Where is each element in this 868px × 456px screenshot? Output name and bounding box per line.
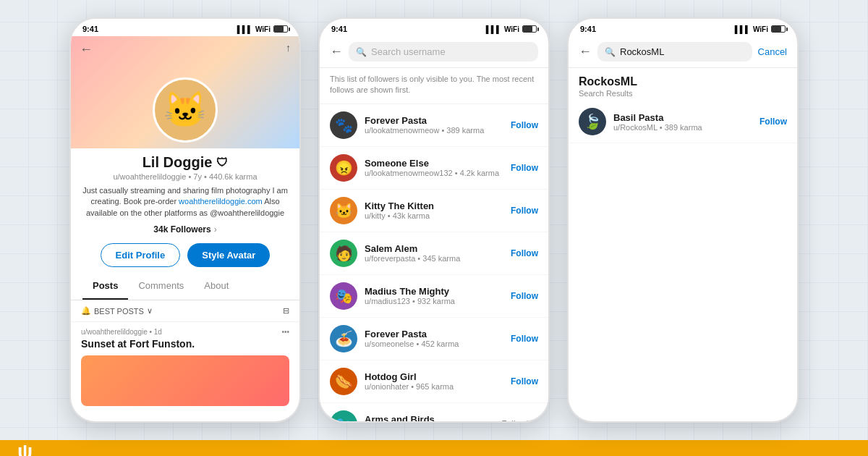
avatar: 🐦 (330, 410, 357, 423)
status-time-3: 9:41 (580, 25, 596, 33)
app-logo: ψ (17, 440, 33, 456)
avatar: 🍃 (579, 108, 606, 135)
profile-info: Lil Doggie 🛡 u/woahtherelildoggie • 7y •… (71, 148, 299, 235)
chevron-icon: ∨ (147, 306, 153, 316)
follower-meta: u/lookatmenowmeow • 389 karma (365, 126, 503, 135)
follower-meta: u/someonelse • 452 karma (365, 339, 503, 348)
signal-icon-2: ▌▌▌ (486, 25, 501, 33)
shield-icon: 🛡 (216, 156, 228, 169)
avatar: 🧑 (330, 240, 357, 267)
search-icon-3: 🔍 (605, 47, 616, 57)
follower-meta: u/RockosML • 389 karma (613, 123, 752, 132)
followers-notice: This list of followers is only visible t… (320, 68, 548, 104)
follower-meta: u/kitty • 43k karma (365, 211, 503, 220)
follower-name: Forever Pasta (365, 329, 503, 339)
follower-name: Madius The Mighty (365, 286, 503, 297)
list-item: 🌭 Hotdog Girl u/onionhater • 965 karma F… (320, 360, 548, 403)
results-subtitle: Search Results (579, 89, 787, 98)
search-bar-followers: ← 🔍 Search username (320, 36, 548, 68)
follow-button[interactable]: Follow (511, 291, 538, 301)
battery-icon-1 (273, 25, 288, 33)
follow-button[interactable]: Follow (511, 376, 538, 387)
share-button-1[interactable]: ↑ (286, 42, 291, 54)
status-bar-1: 9:41 ▌▌▌ WiFi (71, 19, 299, 36)
avatar: 🐾 (330, 111, 357, 139)
wifi-icon-3: WiFi (753, 25, 768, 33)
follower-name: Salem Alem (365, 243, 503, 254)
status-time-2: 9:41 (331, 25, 347, 33)
avatar: 🐱 (330, 197, 357, 224)
results-title: RockosML (579, 75, 787, 88)
filter-icon: 🔔 (81, 306, 91, 316)
battery-icon-3 (771, 25, 786, 33)
post-item: u/woahtherelildoggie • 1d ••• Sunset at … (71, 322, 299, 412)
search-input-filled[interactable]: 🔍 RockosML (597, 42, 752, 62)
follower-name: Hotdog Girl (365, 371, 503, 382)
avatar: 🍝 (330, 325, 357, 352)
edit-profile-button[interactable]: Edit Profile (101, 243, 181, 267)
list-item: 🧑 Salem Alem u/foreverpasta • 345 karma … (320, 232, 548, 275)
cancel-button[interactable]: Cancel (758, 46, 787, 57)
follower-meta: u/foreverpasta • 345 karma (365, 254, 503, 263)
follower-name: Kitty The Kitten (365, 200, 503, 211)
search-input-wrap[interactable]: 🔍 Search username (349, 42, 538, 62)
list-item: 🐦 Arms and Birds u/birdwitharmsandlegs •… (320, 403, 548, 423)
list-item: 🐾 Forever Pasta u/lookatmenowmeow • 389 … (320, 104, 548, 147)
follow-button[interactable]: Follow (511, 248, 538, 258)
following-label: Following (501, 419, 538, 423)
follower-meta: u/onionhater • 965 karma (365, 382, 503, 391)
search-value: RockosML (620, 46, 664, 57)
wifi-icon-2: WiFi (504, 25, 519, 33)
follow-button[interactable]: Follow (511, 334, 538, 344)
phone-followers: 9:41 ▌▌▌ WiFi ← 🔍 Search username This l… (318, 17, 550, 423)
posts-filter: 🔔 BEST POSTS ∨ ⊟ (71, 300, 299, 322)
wifi-icon-1: WiFi (255, 25, 271, 33)
tab-posts[interactable]: Posts (82, 273, 128, 300)
search-results-header: RockosML Search Results (569, 68, 797, 101)
phone-profile: 9:41 ▌▌▌ WiFi ← ↑ 🐱 Lil Doggie 🛡 u/woaht… (69, 17, 301, 423)
back-button-2[interactable]: ← (330, 44, 343, 59)
post-options[interactable]: ••• (281, 328, 289, 336)
status-icons-1: ▌▌▌ WiFi (237, 25, 288, 33)
status-bar-2: 9:41 ▌▌▌ WiFi (320, 19, 548, 36)
battery-icon-2 (522, 25, 537, 33)
follow-button[interactable]: Follow (511, 206, 538, 216)
phone-search: 9:41 ▌▌▌ WiFi ← 🔍 RockosML Cancel Rockos… (567, 17, 799, 423)
avatar: 😠 (330, 154, 357, 182)
layout-icon[interactable]: ⊟ (283, 306, 289, 316)
list-item: 😠 Someone Else u/lookatmenowmeow132 • 4.… (320, 147, 548, 190)
search-bar-results: ← 🔍 RockosML Cancel (569, 36, 797, 68)
back-button-1[interactable]: ← (80, 42, 93, 57)
avatar: 🎭 (330, 282, 357, 310)
post-meta: u/woahtherelildoggie • 1d ••• (81, 328, 289, 336)
profile-name: Lil Doggie 🛡 (82, 154, 288, 171)
list-item: 🐱 Kitty The Kitten u/kitty • 43k karma F… (320, 190, 548, 232)
follower-name: Forever Pasta (365, 115, 503, 126)
search-placeholder-2: Search username (371, 46, 446, 57)
profile-meta: u/woahtherelildoggie • 7y • 440.6k karma (82, 172, 288, 181)
style-avatar-button[interactable]: Style Avatar (187, 243, 270, 267)
profile-buttons: Edit Profile Style Avatar (71, 235, 299, 273)
follower-name: Arms and Birds (365, 414, 494, 423)
list-item: 🍃 Basil Pasta u/RockosML • 389 karma Fol… (569, 101, 797, 143)
post-image (81, 355, 289, 406)
status-bar-3: 9:41 ▌▌▌ WiFi (569, 19, 797, 36)
bottom-bar: ψ (0, 440, 868, 456)
profile-tabs: Posts Comments About (71, 273, 299, 300)
search-icon-2: 🔍 (356, 47, 367, 57)
signal-icon-1: ▌▌▌ (237, 25, 252, 33)
status-time-1: 9:41 (82, 25, 98, 33)
followers-row[interactable]: 34k Followers › (82, 224, 288, 235)
followers-list: 🐾 Forever Pasta u/lookatmenowmeow • 389 … (320, 104, 548, 423)
back-button-3[interactable]: ← (579, 44, 592, 59)
list-item: 🍝 Forever Pasta u/someonelse • 452 karma… (320, 318, 548, 360)
signal-icon-3: ▌▌▌ (735, 25, 750, 33)
follow-button[interactable]: Follow (511, 163, 538, 173)
avatar-large: 🐱 (153, 77, 218, 143)
follow-button-result[interactable]: Follow (760, 117, 787, 127)
post-title: Sunset at Fort Funston. (81, 338, 289, 350)
follow-button[interactable]: Follow (511, 120, 538, 130)
tab-comments[interactable]: Comments (128, 273, 194, 300)
profile-header-bg: ← ↑ 🐱 (71, 36, 299, 148)
tab-about[interactable]: About (194, 273, 239, 300)
